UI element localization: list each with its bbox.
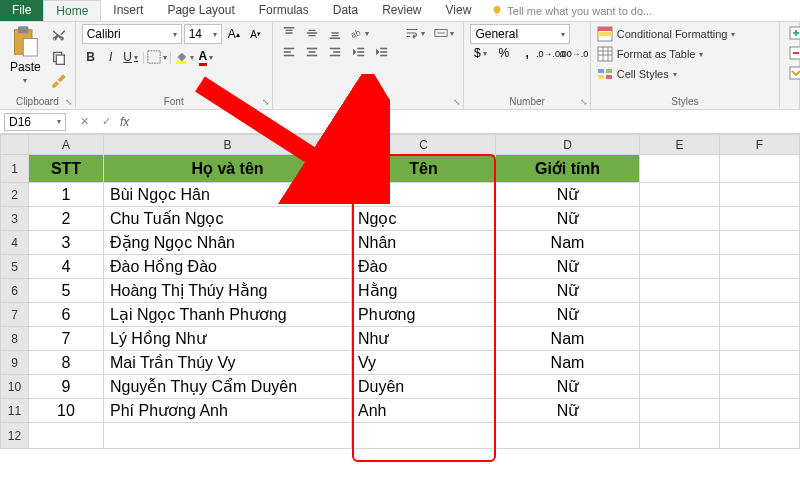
row-header[interactable]: 5 [1,255,29,279]
dialog-launcher-icon[interactable]: ⤡ [262,97,270,107]
row-header[interactable]: 1 [1,155,29,183]
number-format-select[interactable]: General▾ [470,24,570,44]
col-header-b[interactable]: B [104,135,352,155]
cell[interactable] [104,423,352,449]
col-header-e[interactable]: E [640,135,720,155]
accounting-format-button[interactable]: $ [470,44,490,62]
cell[interactable]: Nữ [496,183,640,207]
cell[interactable]: 1 [29,183,104,207]
align-left-button[interactable] [279,43,299,61]
shrink-font-button[interactable]: A▾ [246,25,266,43]
dialog-launcher-icon[interactable]: ⤡ [580,97,588,107]
cell[interactable]: Lại Ngọc Thanh Phương [104,303,352,327]
spreadsheet-grid[interactable]: A B C D E F 1 STT Họ và tên Tên Giới tín… [0,134,800,449]
tell-me-search[interactable]: Tell me what you want to do... [483,0,660,21]
row-header[interactable]: 9 [1,351,29,375]
dialog-launcher-icon[interactable]: ⤡ [65,97,73,107]
cell[interactable]: 6 [29,303,104,327]
tab-view[interactable]: View [434,0,484,21]
select-all-corner[interactable] [1,135,29,155]
cell[interactable] [720,279,800,303]
enter-formula-button[interactable]: ✓ [98,114,114,130]
format-painter-button[interactable] [49,72,69,90]
cell[interactable]: 8 [29,351,104,375]
cell[interactable] [640,255,720,279]
cell[interactable]: Ngọc [352,207,496,231]
border-button[interactable] [147,48,167,66]
cell[interactable]: Nam [496,351,640,375]
cell[interactable] [640,183,720,207]
copy-button[interactable] [49,50,69,68]
cell[interactable] [720,375,800,399]
dialog-launcher-icon[interactable]: ⤡ [453,97,461,107]
cell[interactable]: 4 [29,255,104,279]
cell[interactable] [720,327,800,351]
cell[interactable]: Nhân [352,231,496,255]
col-header-d[interactable]: D [496,135,640,155]
cell[interactable]: 10 [29,399,104,423]
cell[interactable]: 2 [29,207,104,231]
name-box[interactable]: D16▾ [4,113,66,131]
cell[interactable] [640,303,720,327]
cell[interactable] [720,155,800,183]
col-header-a[interactable]: A [29,135,104,155]
wrap-text-button[interactable] [402,24,428,42]
cell[interactable]: Nữ [496,279,640,303]
col-header-f[interactable]: F [720,135,800,155]
fill-color-button[interactable] [174,48,194,66]
cell[interactable] [720,399,800,423]
delete-cells-button[interactable] [786,44,800,62]
font-size-select[interactable]: 14▾ [184,24,222,44]
align-center-button[interactable] [302,43,322,61]
cell[interactable] [640,155,720,183]
cell[interactable]: Anh [352,399,496,423]
cell[interactable]: Đào Hồng Đào [104,255,352,279]
cell[interactable]: Nam [496,327,640,351]
fx-button[interactable]: fx [120,115,129,129]
tab-review[interactable]: Review [370,0,433,21]
cell[interactable] [720,351,800,375]
bold-button[interactable]: B [82,47,100,67]
cell[interactable] [496,423,640,449]
tab-formulas[interactable]: Formulas [247,0,321,21]
cell[interactable] [720,207,800,231]
row-header[interactable]: 3 [1,207,29,231]
cell-styles-button[interactable]: Cell Styles▾ [597,64,736,84]
tab-home[interactable]: Home [43,0,101,21]
percent-format-button[interactable]: % [494,44,514,62]
italic-button[interactable]: I [102,47,120,67]
row-header[interactable]: 6 [1,279,29,303]
cell[interactable]: 5 [29,279,104,303]
conditional-formatting-button[interactable]: Conditional Formatting▾ [597,24,736,44]
cell[interactable]: Nữ [496,399,640,423]
merge-center-button[interactable] [431,24,457,42]
cell[interactable]: Tên [352,155,496,183]
align-right-button[interactable] [325,43,345,61]
cell[interactable]: Đặng Ngọc Nhân [104,231,352,255]
formula-input[interactable] [135,112,800,132]
cell[interactable] [720,255,800,279]
cell[interactable]: Duyên [352,375,496,399]
format-as-table-button[interactable]: Format as Table▾ [597,44,736,64]
row-header[interactable]: 11 [1,399,29,423]
cell[interactable]: Hằng [352,279,496,303]
grow-font-button[interactable]: A▴ [224,25,244,43]
font-name-select[interactable]: Calibri▾ [82,24,182,44]
cell[interactable]: 3 [29,231,104,255]
increase-indent-button[interactable] [372,43,392,61]
col-header-c[interactable]: C [352,135,496,155]
cell[interactable]: Nguyễn Thụy Cẩm Duyên [104,375,352,399]
paste-button[interactable]: Paste ▾ [6,24,45,87]
row-header[interactable]: 8 [1,327,29,351]
cell[interactable] [640,231,720,255]
cell[interactable] [640,375,720,399]
orientation-button[interactable]: ab [349,24,369,42]
cell[interactable]: Chu Tuấn Ngọc [104,207,352,231]
cell[interactable] [720,423,800,449]
tab-file[interactable]: File [0,0,43,21]
cell[interactable]: Phương [352,303,496,327]
cut-button[interactable] [49,28,69,46]
cell[interactable]: Giới tính [496,155,640,183]
cell[interactable]: Lý Hồng Như [104,327,352,351]
cell[interactable] [640,351,720,375]
